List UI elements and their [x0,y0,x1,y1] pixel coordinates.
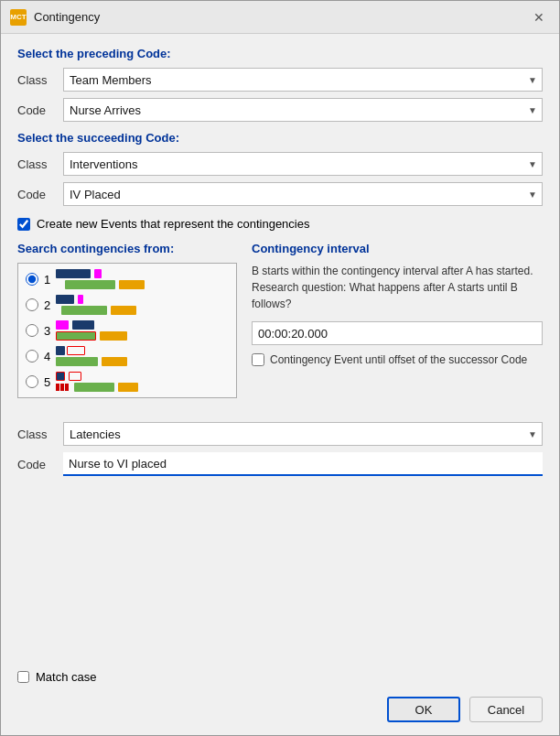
preceding-code-select-wrapper: Nurse Arrives ▼ [63,98,543,122]
cancel-button[interactable]: Cancel [469,697,543,722]
close-button[interactable]: ✕ [528,6,550,28]
succeeding-code-select[interactable]: IV Placed [63,182,543,206]
succeeding-class-select[interactable]: Interventions [63,152,543,176]
bottom-code-label: Code [17,458,63,471]
search-from-radio-2[interactable] [26,298,38,311]
bottom-code-input[interactable] [63,452,543,476]
search-from-label-5: 5 [44,375,50,389]
radio-row-2: 2 [26,295,229,315]
app-icon: MCT [10,9,27,26]
contingency-event-label: Contingency Event until offset of the su… [270,352,527,368]
diagram-2 [56,295,229,315]
match-case-label: Match case [36,670,96,684]
bottom-class-select-wrapper: Latencies ▼ [63,422,543,446]
search-from-radio-4[interactable] [26,350,38,363]
contingency-interval-title: Contingency interval [252,242,543,255]
create-events-label: Create new Events that represent the con… [37,217,309,231]
match-case-row: Match case [1,663,559,687]
preceding-class-row: Class Team Members ▼ [17,68,543,92]
diagram-3 [56,320,229,341]
preceding-section-label: Select the preceding Code: [17,47,543,60]
search-from-title: Search contingencies from: [17,242,237,255]
two-col-section: Search contingencies from: 1 [17,242,543,398]
bottom-class-row: Class Latencies ▼ [17,422,543,446]
bottom-section: Class Latencies ▼ Code [17,417,543,476]
dialog-window: MCT Contingency ✕ Select the preceding C… [0,0,560,736]
search-from-radio-3[interactable] [26,324,38,337]
preceding-code-label: Code [17,103,63,117]
dialog-title: Contingency [34,10,521,24]
title-bar: MCT Contingency ✕ [1,1,559,34]
search-from-radio-1[interactable] [26,273,38,286]
right-panel: Contingency interval B starts within the… [252,242,543,398]
radio-row-1: 1 [26,269,229,289]
search-from-label-4: 4 [44,350,50,363]
search-from-label-2: 2 [44,298,50,312]
dialog-body: Select the preceding Code: Class Team Me… [1,34,559,663]
preceding-class-select-wrapper: Team Members ▼ [63,68,543,92]
succeeding-code-row: Code IV Placed ▼ [17,182,543,206]
diagram-5 [56,372,229,392]
contingency-event-checkbox[interactable] [252,353,264,366]
contingency-event-row: Contingency Event until offset of the su… [252,352,543,368]
search-from-radio-5[interactable] [26,375,38,388]
radio-diagram-box: 1 [17,263,237,398]
preceding-class-label: Class [17,73,63,87]
left-panel: Search contingencies from: 1 [17,242,237,398]
search-from-label-3: 3 [44,324,50,338]
time-input[interactable] [252,321,543,345]
succeeding-class-select-wrapper: Interventions ▼ [63,152,543,176]
radio-row-4: 4 [26,346,229,366]
radio-row-3: 3 [26,320,229,341]
create-events-checkbox[interactable] [17,218,30,231]
succeeding-class-label: Class [17,157,63,171]
bottom-code-row: Code [17,452,543,476]
preceding-code-row: Code Nurse Arrives ▼ [17,98,543,122]
preceding-class-select[interactable]: Team Members [63,68,543,92]
bottom-class-label: Class [17,428,63,441]
succeeding-section-label: Select the succeeding Code: [17,131,543,145]
preceding-code-select[interactable]: Nurse Arrives [63,98,543,122]
match-case-checkbox[interactable] [17,671,29,683]
bottom-class-select[interactable]: Latencies [63,422,543,446]
search-from-label-1: 1 [44,273,50,287]
succeeding-class-row: Class Interventions ▼ [17,152,543,176]
ok-button[interactable]: OK [387,697,460,722]
contingency-desc: B starts within the contingency interval… [252,263,543,312]
create-events-row: Create new Events that represent the con… [17,217,543,231]
succeeding-code-select-wrapper: IV Placed ▼ [63,182,543,206]
succeeding-code-label: Code [17,188,63,201]
diagram-1 [56,269,229,289]
diagram-4 [56,346,229,366]
dialog-footer: OK Cancel [1,687,559,735]
radio-row-5: 5 [26,372,229,392]
